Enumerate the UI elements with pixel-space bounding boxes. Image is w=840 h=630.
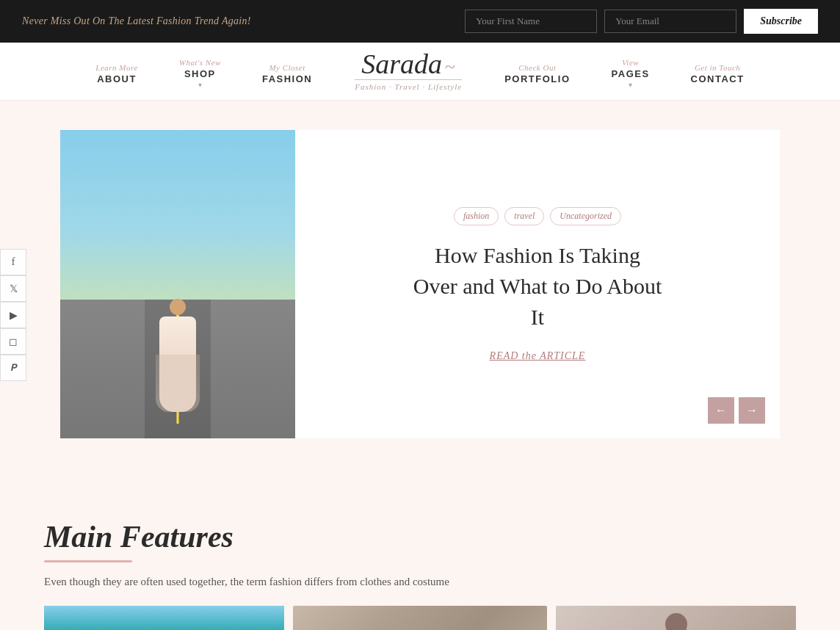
logo-text: Sarada~ — [361, 50, 455, 78]
next-button[interactable]: → — [739, 397, 765, 424]
features-images — [44, 606, 796, 630]
tag-travel[interactable]: travel — [504, 207, 544, 225]
nav-about[interactable]: Learn More ABOUT — [75, 57, 158, 93]
nav-pages-sub: View — [622, 58, 639, 67]
nav-fashion[interactable]: My Closet FASHION — [242, 57, 333, 93]
logo-tagline: Fashion · Travel · Lifestyle — [355, 79, 462, 91]
social-sidebar: f 𝕏 ▶ ◻ 𝙋 — [0, 249, 26, 381]
hero-image-column — [60, 130, 295, 438]
nav-contact-main: CONTACT — [691, 73, 745, 84]
logo-curl: ~ — [445, 56, 455, 77]
tag-fashion[interactable]: fashion — [454, 207, 499, 225]
hero-section: fashion travel Uncategorized How Fashion… — [0, 101, 840, 482]
nav-pages[interactable]: View PAGES ▾ — [591, 52, 670, 98]
nav-contact[interactable]: Get in Touch CONTACT — [670, 57, 765, 93]
feature-image-3 — [556, 606, 796, 630]
nav-about-sub: Learn More — [95, 63, 137, 72]
twitter-icon[interactable]: 𝕏 — [0, 275, 26, 302]
subscribe-form: Subscribe — [465, 9, 818, 34]
facebook-icon[interactable]: f — [0, 249, 26, 275]
top-bar: Never Miss Out On The Latest Fashion Tre… — [0, 0, 840, 43]
nav-portfolio-sub: Check Out — [518, 63, 556, 72]
email-input[interactable] — [604, 10, 736, 33]
features-section: Main Features Even though they are often… — [0, 482, 840, 630]
subscribe-button[interactable]: Subscribe — [744, 9, 818, 34]
tag-uncategorized[interactable]: Uncategorized — [550, 207, 621, 225]
navigation: Learn More ABOUT What's New SHOP ▾ My Cl… — [0, 43, 840, 101]
instagram-icon[interactable]: ◻ — [0, 328, 26, 355]
nav-about-main: ABOUT — [97, 73, 137, 84]
logo[interactable]: Sarada~ Fashion · Travel · Lifestyle — [333, 50, 484, 100]
nav-fashion-sub: My Closet — [269, 63, 305, 72]
youtube-icon[interactable]: ▶ — [0, 302, 26, 328]
person-figure — [156, 299, 200, 431]
feature-image-2 — [293, 606, 548, 630]
hero-content: fashion travel Uncategorized How Fashion… — [295, 130, 780, 438]
nav-contact-sub: Get in Touch — [695, 63, 740, 72]
feature-image-1 — [44, 606, 284, 630]
prev-button[interactable]: ← — [708, 397, 734, 424]
features-underline — [44, 560, 132, 562]
hero-image — [60, 130, 295, 438]
firstname-input[interactable] — [465, 10, 597, 33]
nav-shop[interactable]: What's New SHOP ▾ — [159, 52, 242, 98]
features-title: Main Features — [44, 519, 796, 554]
top-bar-message: Never Miss Out On The Latest Fashion Tre… — [22, 15, 251, 27]
read-article-link[interactable]: READ the ARTICLE — [490, 350, 586, 362]
hero-tags: fashion travel Uncategorized — [454, 207, 621, 225]
nav-portfolio[interactable]: Check Out PORTFOLIO — [484, 57, 590, 93]
hero-navigation-buttons: ← → — [708, 397, 765, 424]
nav-shop-arrow: ▾ — [198, 81, 202, 89]
pinterest-icon[interactable]: 𝙋 — [0, 355, 26, 381]
nav-portfolio-main: PORTFOLIO — [504, 73, 570, 84]
nav-fashion-main: FASHION — [262, 73, 312, 84]
features-description: Even though they are often used together… — [44, 576, 558, 588]
hero-card: fashion travel Uncategorized How Fashion… — [60, 130, 780, 438]
nav-shop-main: SHOP — [184, 68, 216, 79]
hero-title: How Fashion Is Taking Over and What to D… — [413, 240, 662, 333]
nav-shop-sub: What's New — [179, 58, 221, 67]
nav-pages-arrow: ▾ — [629, 81, 632, 89]
nav-pages-main: PAGES — [612, 68, 650, 79]
